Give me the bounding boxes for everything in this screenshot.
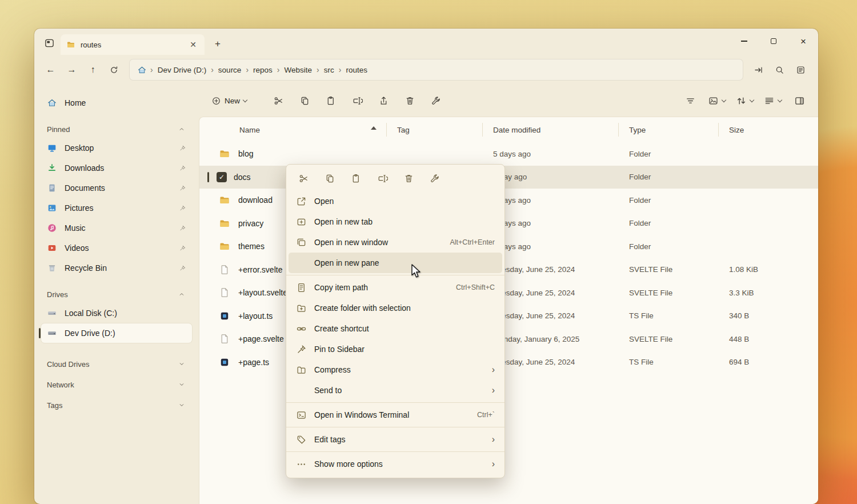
sidebar-item-pictures[interactable]: Pictures <box>41 198 192 218</box>
sidebar-item-dev-drive[interactable]: Dev Drive (D:) <box>41 323 192 343</box>
cut-button[interactable] <box>293 169 314 187</box>
submenu-chevron-icon: › <box>492 365 495 374</box>
menu-item-label: Show more options <box>314 459 484 469</box>
sidebar-item-documents[interactable]: Documents <box>41 178 192 198</box>
rename-button[interactable] <box>372 169 393 187</box>
column-header-type[interactable]: Type <box>619 117 719 142</box>
copy-button[interactable] <box>319 169 340 187</box>
desktop: routes ✕ + × ← → ↑ › Dev Drive (D:) › so… <box>0 0 857 504</box>
menu-item-open-in-new-tab[interactable]: Open in new tab <box>289 211 502 232</box>
breadcrumb-source[interactable]: source <box>214 63 246 77</box>
svelte-file-icon <box>219 333 230 345</box>
sidebar-item-recycle-bin[interactable]: Recycle Bin <box>41 258 192 278</box>
forward-button[interactable]: → <box>61 60 82 79</box>
file-type: TS File <box>619 311 719 320</box>
menu-item-edit-tags[interactable]: Edit tags › <box>289 429 502 450</box>
breadcrumb-website[interactable]: Website <box>281 63 317 77</box>
layout-button[interactable] <box>760 90 785 111</box>
menu-item-open-in-new-pane[interactable]: Open in new pane <box>289 253 502 273</box>
sidebar-item-label: Downloads <box>65 163 104 173</box>
file-name: +page.ts <box>238 358 269 367</box>
menu-item-label: Open <box>314 197 495 206</box>
tab-routes[interactable]: routes ✕ <box>61 34 205 55</box>
rename-button[interactable] <box>346 90 368 111</box>
menu-item-compress[interactable]: Compress › <box>289 359 502 380</box>
sidebar-item-home[interactable]: Home <box>41 93 192 113</box>
sidebar-section-tags[interactable]: Tags <box>34 397 199 414</box>
cut-button[interactable] <box>267 90 289 111</box>
sidebar-item-videos[interactable]: Videos <box>41 238 192 258</box>
menu-item-open-in-windows-terminal[interactable]: Open in Windows Terminal Ctrl+` <box>289 405 502 425</box>
sidebar-item-music[interactable]: Music <box>41 218 192 238</box>
back-button[interactable]: ← <box>40 60 61 79</box>
column-header-name[interactable]: Name <box>199 117 387 142</box>
delete-button[interactable] <box>398 169 419 187</box>
tab-close-icon[interactable]: ✕ <box>187 39 199 50</box>
search-button[interactable] <box>769 60 790 79</box>
sidebar-item-downloads[interactable]: Downloads <box>41 158 192 178</box>
breadcrumb-drive[interactable]: Dev Drive (D:) <box>154 63 211 77</box>
menu-item-create-folder-with-selection[interactable]: Create folder with selection <box>289 298 502 318</box>
sidebar-item-local-disk[interactable]: Local Disk (C:) <box>41 303 192 323</box>
column-header-date-modified[interactable]: Date modified <box>483 117 619 142</box>
menu-item-open[interactable]: Open <box>289 191 502 211</box>
copy-button[interactable] <box>294 90 315 111</box>
refresh-button[interactable] <box>103 60 125 79</box>
menu-item-copy-item-path[interactable]: Copy item path Ctrl+Shift+C <box>289 277 502 298</box>
sidebar-section-pinned[interactable]: Pinned <box>34 121 199 138</box>
column-header-tag[interactable]: Tag <box>387 117 483 142</box>
details-button[interactable] <box>790 60 811 79</box>
pin-icon <box>179 145 186 152</box>
breadcrumb-repos[interactable]: repos <box>249 63 277 77</box>
sidebar-item-desktop[interactable]: Desktop <box>41 138 192 158</box>
thumbnail-options-button[interactable] <box>704 90 729 111</box>
sidebar-item-label: Local Disk (C:) <box>65 309 117 318</box>
file-name: privacy <box>238 219 263 228</box>
sidebar-section-drives[interactable]: Drives <box>34 286 199 303</box>
new-button[interactable]: New <box>206 90 253 111</box>
delete-button[interactable] <box>399 90 421 111</box>
up-button[interactable]: ↑ <box>82 60 103 79</box>
sidebar-section-network[interactable]: Network <box>34 376 199 393</box>
maximize-button[interactable] <box>759 29 788 54</box>
properties-button[interactable] <box>425 169 445 187</box>
column-header-size[interactable]: Size <box>719 117 818 142</box>
sidebar-item-label: Recycle Bin <box>65 263 107 273</box>
submenu-chevron-icon: › <box>492 459 495 469</box>
paste-button[interactable] <box>320 90 342 111</box>
titlebar: routes ✕ + × <box>34 29 818 55</box>
column-label: Tag <box>397 126 410 134</box>
home-icon <box>47 98 57 108</box>
new-tab-button[interactable]: + <box>210 37 225 51</box>
sidebar-section-cloud-drives[interactable]: Cloud Drives <box>34 355 199 373</box>
address-bar[interactable]: › Dev Drive (D:) › source › repos › Webs… <box>129 59 743 81</box>
file-row-blog[interactable]: blog 5 days ago Folder <box>199 142 818 166</box>
svelte-file-icon <box>219 264 230 275</box>
preview-pane-button[interactable] <box>788 90 810 111</box>
menu-item-pin-to-sidebar[interactable]: Pin to Sidebar <box>289 339 502 359</box>
filter-button[interactable] <box>679 90 701 111</box>
menu-item-show-more-options[interactable]: Show more options › <box>289 454 502 474</box>
menu-item-open-in-new-window[interactable]: Open in new window Alt+Ctrl+Enter <box>289 232 502 253</box>
home-icon[interactable] <box>134 63 150 77</box>
menu-item-label: Edit tags <box>314 435 484 444</box>
breadcrumb-routes[interactable]: routes <box>342 63 371 77</box>
minimize-button[interactable] <box>729 29 759 54</box>
navigate-end-button[interactable] <box>748 60 769 79</box>
music-icon <box>47 223 57 233</box>
menu-item-create-shortcut[interactable]: Create shortcut <box>289 318 502 339</box>
tab-list-button[interactable] <box>40 34 58 52</box>
paste-button[interactable] <box>346 169 366 187</box>
folder-icon <box>219 241 230 252</box>
menu-item-send-to[interactable]: Send to › <box>289 380 502 401</box>
folder-plus-icon <box>296 303 307 314</box>
close-button[interactable]: × <box>788 29 818 54</box>
checkbox-checked[interactable]: ✓ <box>217 172 227 182</box>
properties-button[interactable] <box>425 90 447 111</box>
breadcrumb-src[interactable]: src <box>320 63 338 77</box>
minimize-icon <box>741 41 747 41</box>
sort-button[interactable] <box>732 90 757 111</box>
share-button[interactable] <box>373 90 394 111</box>
file-size: 448 B <box>719 335 818 343</box>
chevron-down-icon <box>178 381 185 388</box>
